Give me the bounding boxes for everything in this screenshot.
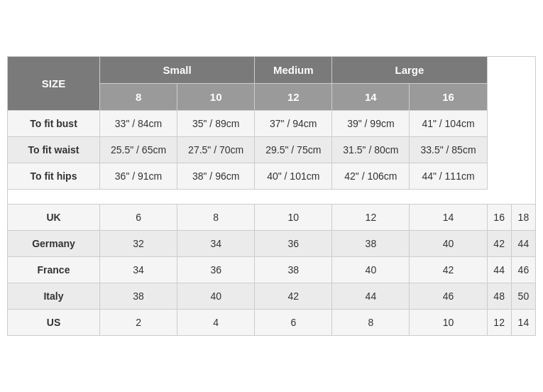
small-header: Small [100, 57, 255, 84]
measurement-value: 36" / 91cm [100, 163, 177, 190]
country-size-value: 34 [177, 231, 255, 257]
size-group-header-row: SIZE Small Medium Large [8, 57, 536, 84]
country-size-value: 38 [332, 231, 410, 257]
country-row: Italy38404244464850 [8, 283, 536, 310]
country-label: Germany [8, 231, 100, 257]
country-size-value: 18 [511, 205, 535, 231]
country-size-value: 44 [332, 283, 410, 310]
measurement-value: 25.5" / 65cm [100, 137, 177, 163]
measurement-value: 38" / 96cm [177, 163, 255, 190]
country-size-value: 4 [177, 310, 255, 336]
country-size-value: 14 [410, 205, 487, 231]
country-size-value: 8 [177, 205, 255, 231]
measurement-value: 44" / 111cm [410, 163, 487, 190]
size-label-header: SIZE [8, 57, 100, 111]
country-size-value: 10 [410, 310, 487, 336]
country-size-value: 32 [100, 231, 177, 257]
country-size-value: 44 [511, 231, 535, 257]
measurement-value: 31.5" / 80cm [332, 137, 410, 163]
country-size-value: 50 [511, 283, 535, 310]
measurement-row: To fit waist25.5" / 65cm27.5" / 70cm29.5… [8, 137, 536, 163]
measurement-label: To fit bust [8, 111, 100, 137]
size-14: 14 [332, 84, 410, 111]
size-chart: SIZE Small Medium Large 8 10 12 14 16 To… [7, 56, 536, 336]
country-row: France34363840424446 [8, 257, 536, 283]
size-16: 16 [410, 84, 487, 111]
measurement-value: 39" / 99cm [332, 111, 410, 137]
measurement-row: To fit hips36" / 91cm38" / 96cm40" / 101… [8, 163, 536, 190]
country-label: UK [8, 205, 100, 231]
measurement-value: 27.5" / 70cm [177, 137, 255, 163]
country-size-value: 12 [332, 205, 410, 231]
country-label: Italy [8, 283, 100, 310]
country-size-value: 8 [332, 310, 410, 336]
measurement-value: 40" / 101cm [255, 163, 332, 190]
measurement-value: 33" / 84cm [100, 111, 177, 137]
country-size-value: 42 [255, 283, 332, 310]
medium-header: Medium [255, 57, 332, 84]
measurement-label: To fit waist [8, 137, 100, 163]
country-row: Germany32343638404244 [8, 231, 536, 257]
country-size-value: 46 [410, 283, 487, 310]
measurement-value: 29.5" / 75cm [255, 137, 332, 163]
country-size-value: 12 [487, 310, 511, 336]
measurement-value: 35" / 89cm [177, 111, 255, 137]
country-size-value: 44 [487, 257, 511, 283]
measurement-label: To fit hips [8, 163, 100, 190]
size-12: 12 [255, 84, 332, 111]
measurement-value: 33.5" / 85cm [410, 137, 487, 163]
measurement-value: 41" / 104cm [410, 111, 487, 137]
country-size-value: 16 [487, 205, 511, 231]
country-size-value: 36 [177, 257, 255, 283]
country-size-value: 42 [410, 257, 487, 283]
country-size-value: 40 [410, 231, 487, 257]
country-size-value: 14 [511, 310, 535, 336]
country-row: US2468101214 [8, 310, 536, 336]
country-size-value: 40 [177, 283, 255, 310]
country-size-value: 2 [100, 310, 177, 336]
country-row: UK681012141618 [8, 205, 536, 231]
measurement-value: 37" / 94cm [255, 111, 332, 137]
measurement-row: To fit bust33" / 84cm35" / 89cm37" / 94c… [8, 111, 536, 137]
country-size-value: 38 [100, 283, 177, 310]
size-10: 10 [177, 84, 255, 111]
country-size-value: 34 [100, 257, 177, 283]
country-size-value: 10 [255, 205, 332, 231]
country-size-value: 42 [487, 231, 511, 257]
country-size-value: 6 [255, 310, 332, 336]
country-size-value: 46 [511, 257, 535, 283]
size-8: 8 [100, 84, 177, 111]
country-size-value: 48 [487, 283, 511, 310]
country-size-value: 40 [332, 257, 410, 283]
country-size-value: 36 [255, 231, 332, 257]
country-size-value: 6 [100, 205, 177, 231]
separator-row [8, 190, 536, 205]
measurement-value: 42" / 106cm [332, 163, 410, 190]
large-header: Large [332, 57, 487, 84]
country-size-value: 38 [255, 257, 332, 283]
country-label: US [8, 310, 100, 336]
country-label: France [8, 257, 100, 283]
